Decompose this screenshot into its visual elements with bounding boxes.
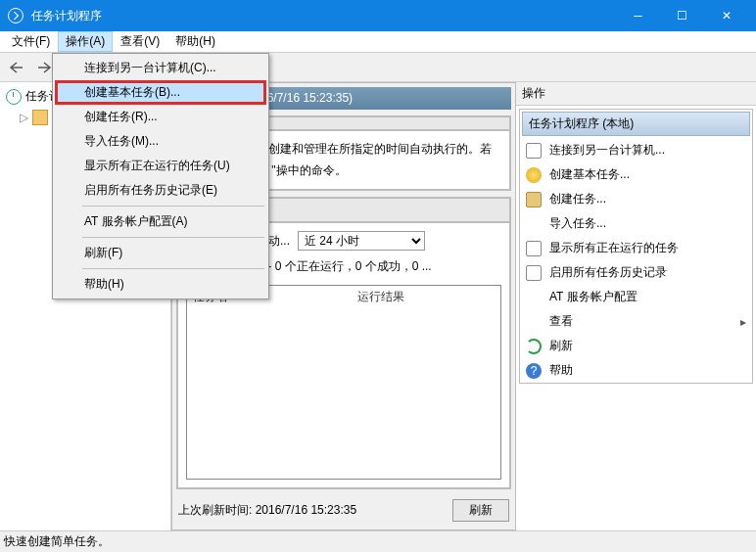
action-label: 导入任务... [549, 215, 606, 232]
menu-create-task[interactable]: 创建任务(R)... [55, 105, 266, 129]
status-text: 快速创建简单任务。 [4, 533, 110, 550]
app-icon [8, 8, 24, 23]
action-label: AT 服务帐户配置 [549, 289, 638, 305]
action-label: 创建任务... [549, 191, 606, 207]
action-dropdown-menu: 连接到另一台计算机(C)... 创建基本任务(B)... 创建任务(R)... … [52, 53, 269, 299]
menu-show-running[interactable]: 显示所有正在运行的任务(U) [55, 154, 266, 178]
maximize-button[interactable]: ☐ [660, 0, 704, 31]
refresh-icon [526, 339, 542, 354]
menu-help[interactable]: 帮助(H) [167, 31, 223, 52]
refresh-button[interactable]: 刷新 [452, 499, 509, 522]
menu-refresh[interactable]: 刷新(F) [55, 241, 266, 265]
task-icon [526, 192, 542, 207]
action-at-service[interactable]: AT 服务帐户配置 [520, 285, 752, 309]
actions-pane-title: 操作 [516, 82, 756, 106]
action-create-basic-task[interactable]: 创建基本任务... [520, 162, 752, 187]
last-refresh-label: 上次刷新时间: 2016/7/16 15:23:35 [178, 502, 452, 519]
status-bar: 快速创建简单任务。 [0, 530, 756, 552]
clock-icon [6, 89, 22, 105]
help-icon: ? [526, 363, 542, 379]
action-refresh[interactable]: 刷新 [520, 334, 752, 358]
actions-pane: 操作 任务计划程序 (本地) 连接到另一台计算机... 创建基本任务... 创建… [515, 82, 756, 530]
time-range-select[interactable]: 近 24 小时 [298, 231, 425, 251]
menu-at-service[interactable]: AT 服务帐户配置(A) [55, 209, 266, 234]
menu-bar: 文件(F) 操作(A) 查看(V) 帮助(H) [0, 31, 756, 53]
blank-icon [526, 290, 542, 305]
view-icon [526, 314, 542, 330]
expand-icon[interactable]: ▷ [20, 111, 28, 124]
menu-separator [82, 206, 264, 207]
folder-icon [32, 110, 48, 125]
arrow-left-icon [8, 61, 25, 74]
wizard-icon [526, 167, 542, 183]
action-label: 帮助 [549, 362, 573, 379]
task-list[interactable]: 任务名 运行结果 [186, 285, 501, 480]
submenu-arrow-icon: ▸ [740, 315, 746, 329]
action-view[interactable]: 查看 ▸ [520, 309, 752, 334]
list-icon [526, 241, 542, 256]
action-label: 查看 [549, 313, 573, 330]
action-enable-history[interactable]: 启用所有任务历史记录 [520, 260, 752, 285]
arrow-right-icon [35, 61, 53, 74]
window-title: 任务计划程序 [31, 8, 616, 24]
menu-view[interactable]: 查看(V) [113, 31, 167, 52]
menu-help[interactable]: 帮助(H) [55, 272, 266, 297]
action-import-task[interactable]: 导入任务... [520, 211, 752, 236]
action-label: 创建基本任务... [549, 166, 630, 183]
menu-file[interactable]: 文件(F) [4, 31, 58, 52]
minimize-button[interactable]: ─ [616, 0, 660, 31]
menu-connect-computer[interactable]: 连接到另一台计算机(C)... [55, 56, 266, 80]
action-create-task[interactable]: 创建任务... [520, 187, 752, 211]
menu-import-task[interactable]: 导入任务(M)... [55, 129, 266, 154]
import-icon [526, 216, 542, 232]
action-label: 启用所有任务历史记录 [549, 264, 667, 281]
history-icon [526, 265, 542, 281]
action-show-running[interactable]: 显示所有正在运行的任务 [520, 236, 752, 260]
menu-enable-history[interactable]: 启用所有任务历史记录(E) [55, 178, 266, 203]
menu-action[interactable]: 操作(A) [58, 31, 113, 52]
title-bar: 任务计划程序 ─ ☐ ✕ [0, 0, 756, 31]
nav-back-button[interactable] [4, 59, 29, 76]
menu-separator [82, 268, 264, 269]
menu-separator [82, 237, 264, 238]
action-help[interactable]: ? 帮助 [520, 358, 752, 383]
action-label: 连接到另一台计算机... [549, 142, 665, 159]
col-result: 运行结果 [357, 289, 495, 305]
close-button[interactable]: ✕ [704, 0, 748, 31]
computer-icon [526, 143, 542, 159]
menu-create-basic-task[interactable]: 创建基本任务(B)... [55, 80, 266, 105]
action-label: 显示所有正在运行的任务 [549, 240, 679, 256]
actions-group-title: 任务计划程序 (本地) [522, 112, 750, 136]
action-label: 刷新 [549, 338, 573, 354]
action-connect[interactable]: 连接到另一台计算机... [520, 138, 752, 162]
